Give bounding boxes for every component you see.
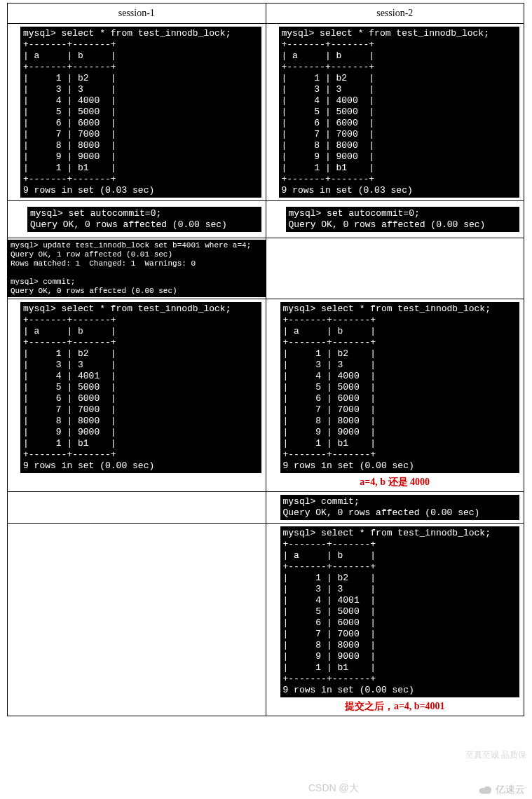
- session-comparison-table: session-1 session-2 mysql> select * from…: [7, 3, 524, 716]
- terminal-s1-autocommit: mysql> set autocommit=0; Query OK, 0 row…: [27, 207, 261, 232]
- watermark-slogan: 至真至诚 品质保: [465, 749, 526, 761]
- watermark-csdn: CSDN @大: [308, 782, 359, 795]
- svg-rect-2: [481, 790, 491, 794]
- terminal-s2-commit: mysql> commit; Query OK, 0 rows affected…: [280, 495, 520, 520]
- terminal-s2-autocommit: mysql> set autocommit=0; Query OK, 0 row…: [286, 207, 520, 232]
- watermark-brand-text: 亿速云: [496, 784, 525, 796]
- caption-stale-read: a=4, b 还是 4000: [271, 473, 520, 489]
- svg-point-0: [479, 788, 486, 793]
- header-session-2: session-2: [266, 4, 524, 24]
- svg-point-1: [484, 786, 491, 793]
- terminal-s1-update-commit: mysql> update test_innodb_lock set b=400…: [8, 240, 266, 297]
- terminal-s1-select-after-update: mysql> select * from test_innodb_lock; +…: [20, 302, 261, 473]
- terminal-s2-select-initial: mysql> select * from test_innodb_lock; +…: [279, 27, 520, 198]
- terminal-s1-select-initial: mysql> select * from test_innodb_lock; +…: [20, 27, 261, 198]
- header-session-1: session-1: [8, 4, 266, 24]
- terminal-s2-select-stale: mysql> select * from test_innodb_lock; +…: [280, 302, 520, 473]
- watermark-brand: 亿速云: [477, 784, 525, 796]
- caption-after-commit: 提交之后，a=4, b=4001: [271, 697, 520, 713]
- cloud-icon: [477, 785, 493, 795]
- terminal-s2-select-after-commit: mysql> select * from test_innodb_lock; +…: [280, 526, 520, 697]
